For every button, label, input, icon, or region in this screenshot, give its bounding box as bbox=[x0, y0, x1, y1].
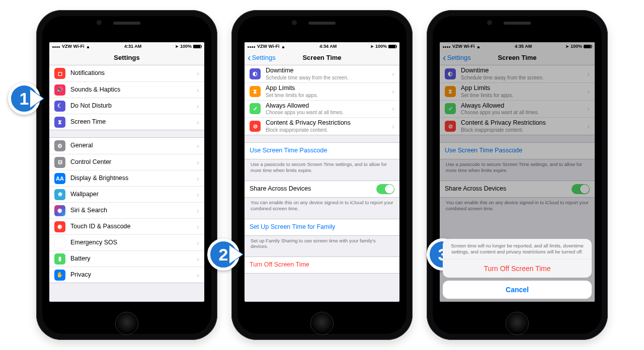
screen: VZW Wi-Fi 4:31 AM ➤ 100% Settings ◻︎No bbox=[49, 42, 204, 302]
confirm-turn-off-button[interactable]: Turn Off Screen Time bbox=[443, 259, 592, 278]
row-downtime[interactable]: ◐DowntimeSchedule time away from the scr… bbox=[440, 65, 595, 82]
chevron-right-icon: › bbox=[392, 105, 394, 113]
row-setup-family[interactable]: Set Up Screen Time for Family bbox=[245, 219, 399, 235]
battery-menu-icon: ▮ bbox=[54, 253, 65, 265]
aa-icon: AA bbox=[54, 173, 65, 184]
row-always-allowed[interactable]: ✓Always AllowedChoose apps you want at a… bbox=[440, 100, 595, 118]
wifi-icon bbox=[476, 44, 481, 48]
sounds-icon: 🔊 bbox=[54, 84, 65, 96]
row-app-limits[interactable]: ⧗App LimitsSet time limits for apps.› bbox=[245, 82, 399, 100]
front-camera bbox=[292, 20, 297, 25]
cancel-button[interactable]: Cancel bbox=[443, 281, 592, 299]
action-sheet: Screen time will no longer be reported, … bbox=[443, 239, 592, 299]
row-control-center[interactable]: ⊟Control Center› bbox=[49, 154, 204, 170]
settings-group-1: ◻︎Notifications› 🔊Sounds & Haptics› ☾Do … bbox=[49, 65, 204, 130]
status-bar: VZW Wi-Fi 4:34 AM ➤100% bbox=[245, 42, 399, 50]
nav-bar: Settings Screen Time bbox=[440, 50, 595, 65]
row-wallpaper[interactable]: ❀Wallpaper› bbox=[49, 186, 204, 202]
row-emergency-sos[interactable]: SOSEmergency SOS› bbox=[49, 234, 204, 250]
battery-icon bbox=[584, 45, 592, 48]
back-button[interactable]: Settings bbox=[248, 54, 276, 61]
chevron-right-icon: › bbox=[197, 207, 199, 215]
row-content-privacy[interactable]: ⊘Content & Privacy RestrictionsBlock ina… bbox=[440, 117, 595, 135]
chevron-right-icon: › bbox=[197, 271, 199, 279]
row-display-brightness[interactable]: AADisplay & Brightness› bbox=[49, 170, 204, 186]
hourglass-icon: ⧗ bbox=[445, 86, 456, 97]
chevron-right-icon: › bbox=[197, 86, 199, 94]
row-notifications[interactable]: ◻︎Notifications› bbox=[49, 65, 204, 81]
status-bar: VZW Wi-Fi 4:31 AM ➤ 100% bbox=[49, 42, 204, 50]
speaker bbox=[113, 22, 140, 25]
family-footer: Set up Family Sharing to use screen time… bbox=[245, 236, 399, 250]
battery-icon bbox=[193, 45, 201, 48]
row-screen-time[interactable]: ⧗Screen Time› bbox=[49, 114, 204, 130]
front-camera bbox=[487, 20, 492, 25]
battery-icon bbox=[388, 45, 396, 48]
nav-bar: Settings bbox=[49, 50, 204, 65]
location-icon: ➤ bbox=[175, 44, 179, 49]
hand-icon: ✋ bbox=[54, 270, 65, 281]
fingerprint-icon: ◉ bbox=[54, 221, 65, 232]
home-button[interactable] bbox=[115, 312, 138, 335]
no-entry-icon: ⊘ bbox=[445, 121, 456, 132]
step-badge-2: 2 bbox=[207, 238, 239, 271]
speaker bbox=[504, 22, 531, 25]
row-app-limits[interactable]: ⧗App LimitsSet time limits for apps.› bbox=[440, 82, 595, 100]
speaker bbox=[308, 22, 336, 25]
clock: 4:34 AM bbox=[319, 44, 337, 49]
row-privacy[interactable]: ✋Privacy› bbox=[49, 267, 204, 283]
row-use-passcode[interactable]: Use Screen Time Passcode bbox=[245, 143, 399, 159]
hourglass-icon: ⧗ bbox=[54, 117, 65, 128]
status-bar: VZW Wi-Fi 4:35 AM ➤100% bbox=[440, 42, 595, 50]
chevron-right-icon: › bbox=[197, 158, 199, 166]
share-toggle[interactable] bbox=[376, 184, 394, 194]
passcode-footer: Use a passcode to secure Screen Time set… bbox=[245, 159, 399, 173]
siri-icon: ◉ bbox=[54, 205, 65, 216]
downtime-icon: ◐ bbox=[250, 68, 261, 79]
row-do-not-disturb[interactable]: ☾Do Not Disturb› bbox=[49, 98, 204, 114]
page-title: Screen Time bbox=[498, 54, 536, 61]
row-share-across-devices[interactable]: Share Across Devices bbox=[245, 181, 399, 197]
back-button[interactable]: Settings bbox=[443, 54, 471, 61]
row-sounds-haptics[interactable]: 🔊Sounds & Haptics› bbox=[49, 81, 204, 98]
moon-icon: ☾ bbox=[54, 101, 65, 112]
chevron-right-icon: › bbox=[197, 191, 199, 199]
screen: VZW Wi-Fi 4:35 AM ➤100% Settings Screen … bbox=[440, 42, 595, 302]
row-always-allowed[interactable]: ✓Always AllowedChoose apps you want at a… bbox=[245, 100, 399, 118]
sos-icon: SOS bbox=[54, 237, 65, 248]
screen: VZW Wi-Fi 4:34 AM ➤100% Settings Screen … bbox=[245, 42, 399, 302]
settings-list[interactable]: ◻︎Notifications› 🔊Sounds & Haptics› ☾Do … bbox=[49, 65, 204, 283]
chevron-right-icon: › bbox=[587, 88, 590, 96]
row-downtime[interactable]: ◐DowntimeSchedule time away from the scr… bbox=[245, 65, 399, 82]
page-title: Screen Time bbox=[302, 54, 341, 61]
step-badge-1: 1 bbox=[8, 82, 40, 115]
phone-2: VZW Wi-Fi 4:34 AM ➤100% Settings Screen … bbox=[231, 10, 413, 340]
chevron-right-icon: › bbox=[197, 142, 199, 150]
chevron-right-icon: › bbox=[197, 69, 199, 77]
phone-3: VZW Wi-Fi 4:35 AM ➤100% Settings Screen … bbox=[427, 10, 608, 340]
row-siri-search[interactable]: ◉Siri & Search› bbox=[49, 202, 204, 218]
row-touch-id[interactable]: ◉Touch ID & Passcode› bbox=[49, 218, 204, 234]
location-icon: ➤ bbox=[370, 44, 374, 49]
row-use-passcode[interactable]: Use Screen Time Passcode bbox=[440, 143, 595, 159]
chevron-right-icon: › bbox=[587, 70, 590, 78]
action-sheet-message: Screen time will no longer be reported, … bbox=[443, 239, 592, 259]
chevron-right-icon: › bbox=[197, 239, 199, 247]
home-button[interactable] bbox=[310, 312, 334, 335]
row-content-privacy[interactable]: ⊘Content & Privacy RestrictionsBlock ina… bbox=[245, 117, 399, 135]
carrier-label: VZW Wi-Fi bbox=[62, 44, 84, 49]
chevron-right-icon: › bbox=[392, 122, 394, 130]
row-share-across-devices[interactable]: Share Across Devices bbox=[440, 181, 595, 197]
row-battery[interactable]: ▮Battery› bbox=[49, 250, 204, 267]
hourglass-icon: ⧗ bbox=[250, 86, 261, 97]
row-turn-off-screen-time[interactable]: Turn Off Screen Time bbox=[245, 257, 399, 273]
no-entry-icon: ⊘ bbox=[250, 121, 261, 132]
wifi-icon bbox=[86, 44, 91, 48]
share-toggle[interactable] bbox=[572, 184, 590, 194]
chevron-right-icon: › bbox=[197, 118, 199, 126]
home-button[interactable] bbox=[506, 312, 529, 335]
downtime-icon: ◐ bbox=[445, 68, 456, 79]
location-icon: ➤ bbox=[566, 44, 569, 49]
row-general[interactable]: ⚙︎General› bbox=[49, 138, 204, 154]
chevron-right-icon: › bbox=[197, 223, 199, 231]
